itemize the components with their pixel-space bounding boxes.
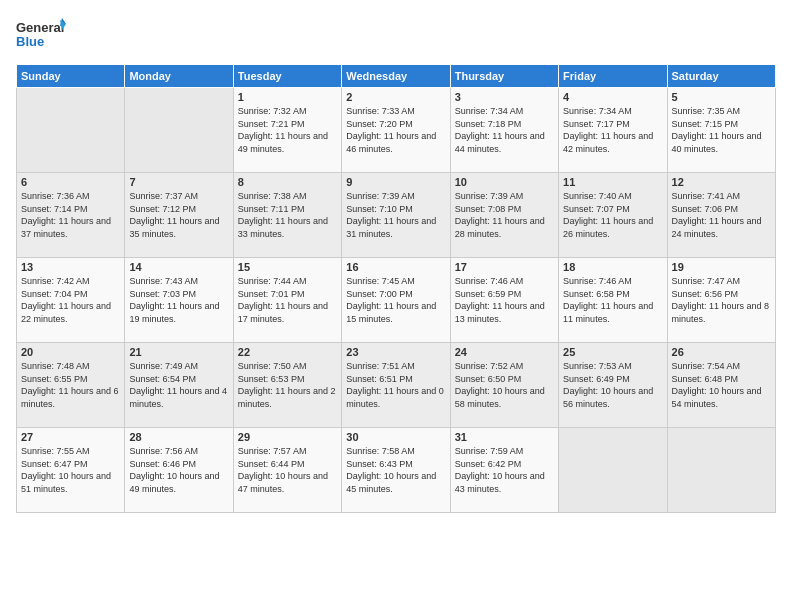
day-number: 3 [455,91,554,103]
calendar-cell: 9Sunrise: 7:39 AM Sunset: 7:10 PM Daylig… [342,173,450,258]
calendar-cell: 4Sunrise: 7:34 AM Sunset: 7:17 PM Daylig… [559,88,667,173]
day-info: Sunrise: 7:49 AM Sunset: 6:54 PM Dayligh… [129,360,228,410]
day-info: Sunrise: 7:35 AM Sunset: 7:15 PM Dayligh… [672,105,771,155]
calendar-cell: 16Sunrise: 7:45 AM Sunset: 7:00 PM Dayli… [342,258,450,343]
logo-svg: General Blue [16,16,66,52]
day-info: Sunrise: 7:58 AM Sunset: 6:43 PM Dayligh… [346,445,445,495]
calendar-cell: 8Sunrise: 7:38 AM Sunset: 7:11 PM Daylig… [233,173,341,258]
day-info: Sunrise: 7:50 AM Sunset: 6:53 PM Dayligh… [238,360,337,410]
calendar-cell: 14Sunrise: 7:43 AM Sunset: 7:03 PM Dayli… [125,258,233,343]
calendar-cell: 20Sunrise: 7:48 AM Sunset: 6:55 PM Dayli… [17,343,125,428]
calendar-cell: 15Sunrise: 7:44 AM Sunset: 7:01 PM Dayli… [233,258,341,343]
day-number: 26 [672,346,771,358]
day-info: Sunrise: 7:47 AM Sunset: 6:56 PM Dayligh… [672,275,771,325]
day-number: 25 [563,346,662,358]
day-number: 21 [129,346,228,358]
calendar-cell: 6Sunrise: 7:36 AM Sunset: 7:14 PM Daylig… [17,173,125,258]
calendar-cell: 24Sunrise: 7:52 AM Sunset: 6:50 PM Dayli… [450,343,558,428]
day-info: Sunrise: 7:44 AM Sunset: 7:01 PM Dayligh… [238,275,337,325]
day-info: Sunrise: 7:34 AM Sunset: 7:18 PM Dayligh… [455,105,554,155]
calendar-cell [559,428,667,513]
calendar-cell: 23Sunrise: 7:51 AM Sunset: 6:51 PM Dayli… [342,343,450,428]
calendar-cell: 26Sunrise: 7:54 AM Sunset: 6:48 PM Dayli… [667,343,775,428]
weekday-header-friday: Friday [559,65,667,88]
day-number: 22 [238,346,337,358]
calendar-cell: 2Sunrise: 7:33 AM Sunset: 7:20 PM Daylig… [342,88,450,173]
calendar-cell [667,428,775,513]
calendar-cell: 13Sunrise: 7:42 AM Sunset: 7:04 PM Dayli… [17,258,125,343]
calendar-cell [125,88,233,173]
day-number: 4 [563,91,662,103]
day-number: 28 [129,431,228,443]
day-info: Sunrise: 7:53 AM Sunset: 6:49 PM Dayligh… [563,360,662,410]
weekday-header-tuesday: Tuesday [233,65,341,88]
day-number: 19 [672,261,771,273]
day-info: Sunrise: 7:52 AM Sunset: 6:50 PM Dayligh… [455,360,554,410]
calendar-cell: 18Sunrise: 7:46 AM Sunset: 6:58 PM Dayli… [559,258,667,343]
day-number: 11 [563,176,662,188]
day-number: 5 [672,91,771,103]
calendar-cell: 31Sunrise: 7:59 AM Sunset: 6:42 PM Dayli… [450,428,558,513]
day-number: 29 [238,431,337,443]
calendar-cell: 25Sunrise: 7:53 AM Sunset: 6:49 PM Dayli… [559,343,667,428]
day-number: 30 [346,431,445,443]
day-info: Sunrise: 7:54 AM Sunset: 6:48 PM Dayligh… [672,360,771,410]
day-info: Sunrise: 7:37 AM Sunset: 7:12 PM Dayligh… [129,190,228,240]
day-info: Sunrise: 7:48 AM Sunset: 6:55 PM Dayligh… [21,360,120,410]
calendar-cell: 28Sunrise: 7:56 AM Sunset: 6:46 PM Dayli… [125,428,233,513]
day-number: 14 [129,261,228,273]
day-info: Sunrise: 7:55 AM Sunset: 6:47 PM Dayligh… [21,445,120,495]
calendar-cell: 10Sunrise: 7:39 AM Sunset: 7:08 PM Dayli… [450,173,558,258]
calendar-cell: 7Sunrise: 7:37 AM Sunset: 7:12 PM Daylig… [125,173,233,258]
weekday-header-row: SundayMondayTuesdayWednesdayThursdayFrid… [17,65,776,88]
day-number: 23 [346,346,445,358]
header: General Blue [16,16,776,56]
day-number: 10 [455,176,554,188]
day-number: 17 [455,261,554,273]
calendar-cell: 3Sunrise: 7:34 AM Sunset: 7:18 PM Daylig… [450,88,558,173]
day-info: Sunrise: 7:32 AM Sunset: 7:21 PM Dayligh… [238,105,337,155]
weekday-header-saturday: Saturday [667,65,775,88]
day-number: 7 [129,176,228,188]
calendar-week-row: 1Sunrise: 7:32 AM Sunset: 7:21 PM Daylig… [17,88,776,173]
day-info: Sunrise: 7:46 AM Sunset: 6:59 PM Dayligh… [455,275,554,325]
day-number: 1 [238,91,337,103]
calendar-cell: 17Sunrise: 7:46 AM Sunset: 6:59 PM Dayli… [450,258,558,343]
svg-text:General: General [16,20,64,35]
day-number: 6 [21,176,120,188]
day-info: Sunrise: 7:38 AM Sunset: 7:11 PM Dayligh… [238,190,337,240]
day-info: Sunrise: 7:43 AM Sunset: 7:03 PM Dayligh… [129,275,228,325]
day-info: Sunrise: 7:39 AM Sunset: 7:08 PM Dayligh… [455,190,554,240]
calendar-cell: 1Sunrise: 7:32 AM Sunset: 7:21 PM Daylig… [233,88,341,173]
day-number: 24 [455,346,554,358]
calendar-cell: 5Sunrise: 7:35 AM Sunset: 7:15 PM Daylig… [667,88,775,173]
calendar-cell: 27Sunrise: 7:55 AM Sunset: 6:47 PM Dayli… [17,428,125,513]
calendar-week-row: 20Sunrise: 7:48 AM Sunset: 6:55 PM Dayli… [17,343,776,428]
weekday-header-wednesday: Wednesday [342,65,450,88]
calendar-week-row: 6Sunrise: 7:36 AM Sunset: 7:14 PM Daylig… [17,173,776,258]
day-info: Sunrise: 7:56 AM Sunset: 6:46 PM Dayligh… [129,445,228,495]
day-info: Sunrise: 7:42 AM Sunset: 7:04 PM Dayligh… [21,275,120,325]
day-info: Sunrise: 7:40 AM Sunset: 7:07 PM Dayligh… [563,190,662,240]
calendar-cell: 30Sunrise: 7:58 AM Sunset: 6:43 PM Dayli… [342,428,450,513]
day-number: 12 [672,176,771,188]
day-info: Sunrise: 7:33 AM Sunset: 7:20 PM Dayligh… [346,105,445,155]
calendar-week-row: 27Sunrise: 7:55 AM Sunset: 6:47 PM Dayli… [17,428,776,513]
calendar-cell: 12Sunrise: 7:41 AM Sunset: 7:06 PM Dayli… [667,173,775,258]
day-number: 9 [346,176,445,188]
day-info: Sunrise: 7:46 AM Sunset: 6:58 PM Dayligh… [563,275,662,325]
day-info: Sunrise: 7:51 AM Sunset: 6:51 PM Dayligh… [346,360,445,410]
svg-text:Blue: Blue [16,34,44,49]
day-number: 15 [238,261,337,273]
calendar-cell: 11Sunrise: 7:40 AM Sunset: 7:07 PM Dayli… [559,173,667,258]
logo: General Blue [16,16,66,56]
day-info: Sunrise: 7:59 AM Sunset: 6:42 PM Dayligh… [455,445,554,495]
weekday-header-monday: Monday [125,65,233,88]
day-number: 16 [346,261,445,273]
day-info: Sunrise: 7:45 AM Sunset: 7:00 PM Dayligh… [346,275,445,325]
day-info: Sunrise: 7:41 AM Sunset: 7:06 PM Dayligh… [672,190,771,240]
page: General Blue SundayMondayTuesdayWednesda… [0,0,792,523]
day-number: 18 [563,261,662,273]
day-number: 31 [455,431,554,443]
day-number: 8 [238,176,337,188]
